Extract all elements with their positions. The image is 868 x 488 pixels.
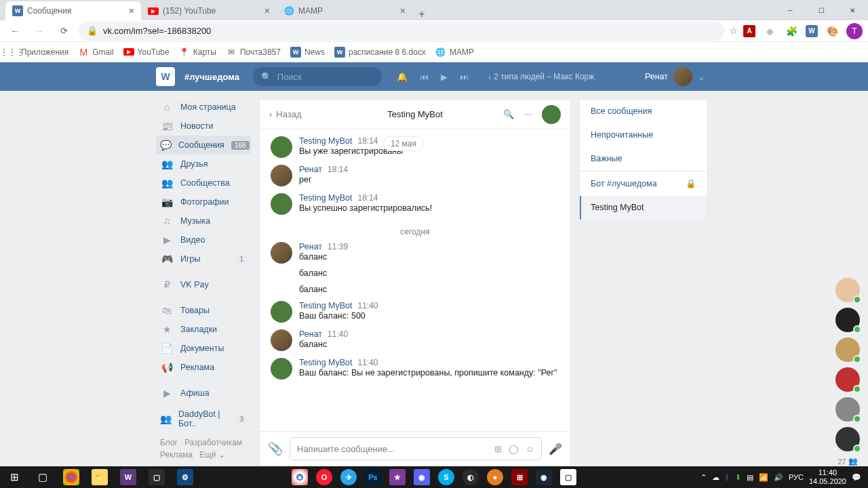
- notifications-icon[interactable]: 🔔: [397, 72, 408, 82]
- browser-tab-mamp[interactable]: 🌐 MAMP ×: [277, 1, 412, 20]
- extension-icon[interactable]: ◆: [762, 24, 777, 39]
- browser-tab-vk[interactable]: W Сообщения ×: [5, 1, 141, 20]
- track-title[interactable]: ↓ 2 типа людей – Макс Корж: [488, 72, 594, 81]
- nav-news[interactable]: 📰Новости: [156, 117, 251, 136]
- bookmark-mail[interactable]: ✉Почта3857: [226, 47, 281, 58]
- play-icon[interactable]: ▶: [441, 72, 448, 82]
- new-tab-button[interactable]: +: [412, 8, 431, 20]
- bookmark-news[interactable]: WNews: [290, 47, 325, 58]
- message-avatar[interactable]: [271, 329, 292, 351]
- message-author[interactable]: Testing MyBot: [299, 301, 353, 310]
- video-icon: ▶: [160, 235, 174, 245]
- bookmark-apps[interactable]: ⋮⋮⋮Приложения: [7, 47, 68, 58]
- back-button[interactable]: ←: [5, 22, 24, 41]
- friend-avatar[interactable]: [835, 367, 860, 392]
- chat-title[interactable]: Testing MyBot: [387, 109, 443, 119]
- close-icon[interactable]: ×: [129, 5, 134, 16]
- message-author[interactable]: Ренат: [299, 329, 322, 339]
- chat-window: ‹ Назад Testing MyBot 🔍 ⋯ Testing MyBot1…: [259, 99, 571, 466]
- nav-posters[interactable]: ▶Афиша: [156, 384, 251, 403]
- message-author[interactable]: Testing MyBot: [299, 358, 353, 367]
- message-author[interactable]: Testing MyBot: [299, 193, 353, 203]
- extension-icon[interactable]: 🧩: [784, 24, 799, 39]
- friend-avatar[interactable]: [835, 427, 860, 451]
- peer-avatar[interactable]: [542, 105, 561, 124]
- nav-video[interactable]: ▶Видео: [156, 230, 251, 249]
- message-avatar[interactable]: [271, 242, 292, 264]
- keyboard-icon[interactable]: ⊞: [494, 444, 502, 454]
- message-avatar[interactable]: [271, 301, 292, 323]
- message-author[interactable]: Ренат: [299, 165, 322, 174]
- nav-ads[interactable]: 📢Реклама: [156, 358, 251, 377]
- friend-avatar[interactable]: [835, 278, 860, 302]
- news-icon: 📰: [160, 121, 174, 131]
- user-menu[interactable]: Ренат ⌄: [645, 67, 705, 86]
- message-text: баланс: [299, 340, 559, 349]
- close-icon[interactable]: ×: [264, 5, 270, 16]
- forward-button[interactable]: →: [30, 22, 49, 41]
- next-track-icon[interactable]: ⏭: [460, 72, 469, 82]
- star-icon[interactable]: ☆: [730, 26, 738, 36]
- bot-home[interactable]: Бот #лучшедома 🔒: [580, 171, 707, 196]
- mic-icon[interactable]: 🎤: [549, 443, 562, 455]
- vk-extension-icon[interactable]: W: [806, 25, 818, 37]
- hashtag[interactable]: #лучшедома: [184, 72, 239, 82]
- reload-button[interactable]: ⟳: [54, 22, 73, 41]
- nav-vkpay[interactable]: ₽VK Pay: [156, 275, 251, 294]
- nav-games[interactable]: 🎮Игры1: [156, 249, 251, 268]
- bookmark-gmail[interactable]: MGmail: [78, 47, 113, 58]
- profile-avatar[interactable]: Т: [846, 23, 863, 39]
- bookmark-schedule[interactable]: Wрасписание 8 6.docx: [334, 47, 426, 58]
- search-icon[interactable]: 🔍: [503, 109, 514, 119]
- message-avatar[interactable]: [271, 358, 292, 380]
- nav-friends[interactable]: 👥Друзья: [156, 155, 251, 174]
- extension-icon[interactable]: 🎨: [825, 24, 840, 39]
- bookmark-youtube[interactable]: ▶YouTube: [123, 47, 170, 57]
- nav-docs[interactable]: 📄Документы: [156, 339, 251, 358]
- bookmark-mamp[interactable]: 🌐MAMP: [435, 47, 474, 58]
- nav-messages[interactable]: 💬Сообщения168: [156, 136, 251, 155]
- close-icon[interactable]: ×: [400, 5, 406, 16]
- footer-devs[interactable]: Разработчикам: [184, 438, 242, 447]
- nav-music[interactable]: ♫Музыка: [156, 211, 251, 230]
- message-input[interactable]: Напишите сообщение... ⊞ ◯ ☺: [290, 437, 542, 460]
- message-author[interactable]: Ренат: [299, 242, 322, 251]
- nav-communities[interactable]: 👥Сообщества: [156, 174, 251, 192]
- attach-icon[interactable]: 📎: [268, 441, 283, 456]
- window-close[interactable]: ✕: [837, 0, 868, 20]
- footer-ads[interactable]: Реклама: [160, 450, 193, 460]
- footer-blog[interactable]: Блог: [160, 438, 178, 447]
- message-avatar[interactable]: [271, 165, 292, 186]
- friends-count[interactable]: 27 👥: [835, 457, 860, 466]
- friend-avatar[interactable]: [835, 397, 860, 422]
- url-input[interactable]: 🔒 vk.com/im?sel=-186838200: [79, 22, 724, 41]
- window-minimize[interactable]: ─: [774, 0, 806, 20]
- nav-goods[interactable]: 🛍Товары: [156, 301, 251, 320]
- message-author[interactable]: Testing MyBot: [299, 136, 353, 146]
- filter-all[interactable]: Все сообщения: [580, 100, 707, 123]
- nav-mypage[interactable]: ⌂Моя страница: [156, 98, 251, 117]
- filter-unread[interactable]: Непрочитанные: [580, 123, 707, 147]
- message-avatar[interactable]: [271, 193, 292, 215]
- emoji-icon[interactable]: ☺: [526, 444, 534, 454]
- friend-avatar[interactable]: [835, 338, 860, 362]
- window-maximize[interactable]: ☐: [806, 0, 837, 20]
- message-avatar[interactable]: [271, 136, 292, 158]
- adobe-icon[interactable]: A: [743, 25, 755, 37]
- nav-bookmarks[interactable]: ★Закладки: [156, 320, 251, 339]
- message-time: 11:40: [358, 358, 378, 367]
- footer-more[interactable]: Ещё ⌄: [199, 450, 225, 460]
- friend-avatar[interactable]: [835, 308, 860, 332]
- filter-important[interactable]: Важные: [580, 147, 707, 171]
- browser-tab-youtube[interactable]: ▶ (152) YouTube ×: [141, 1, 277, 20]
- nav-daddybot[interactable]: 👥DaddyBot | Бот..3: [156, 409, 251, 428]
- vk-logo[interactable]: W: [156, 67, 175, 86]
- nav-photos[interactable]: 📷Фотографии: [156, 192, 251, 211]
- prev-track-icon[interactable]: ⏮: [420, 72, 429, 82]
- more-icon[interactable]: ⋯: [524, 109, 532, 119]
- bookmark-maps[interactable]: 📍Карты: [179, 47, 216, 58]
- conversation-testing[interactable]: Testing MyBot: [580, 196, 707, 220]
- back-button[interactable]: ‹ Назад: [269, 109, 302, 119]
- search-input[interactable]: 🔍 Поиск: [253, 67, 382, 86]
- photo-icon[interactable]: ◯: [509, 444, 519, 454]
